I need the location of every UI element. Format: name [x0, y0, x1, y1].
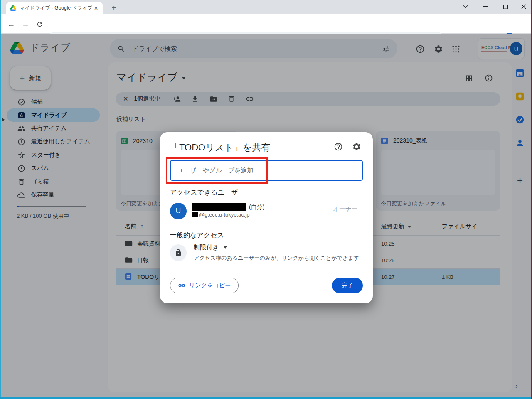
- drive-favicon: [10, 5, 16, 11]
- redacted-owner-name: [192, 203, 246, 211]
- share-settings-gear-icon[interactable]: [351, 141, 362, 152]
- back-button[interactable]: ←: [6, 19, 17, 30]
- browser-tab[interactable]: マイドライブ - Google ドライブ ✕: [6, 2, 103, 14]
- tab-title: マイドライブ - Google ドライブ: [20, 5, 92, 12]
- annotation-highlight-box: [166, 157, 268, 184]
- link-icon: [178, 282, 185, 289]
- copy-link-label: リンクをコピー: [189, 282, 231, 289]
- screen-border-bottom: [0, 397, 532, 399]
- browser-toolbar: ← → drive.google.com/drive/my-drive U: [0, 14, 532, 34]
- copy-link-button[interactable]: リンクをコピー: [170, 278, 239, 293]
- access-level-description: アクセス権のあるユーザーのみが、リンクから開くことができます: [194, 254, 359, 262]
- reload-button[interactable]: [34, 19, 45, 30]
- redacted-email-local: [192, 212, 198, 217]
- dropdown-caret-icon: [224, 246, 227, 249]
- browser-titlebar: マイドライブ - Google ドライブ ✕ +: [0, 0, 532, 14]
- owner-email-domain: @g.ecc.u-tokyo.ac.jp: [199, 212, 250, 218]
- done-button[interactable]: 完了: [332, 278, 363, 293]
- people-with-access-heading: アクセスできるユーザー: [170, 188, 244, 197]
- lock-icon: [170, 244, 187, 261]
- screen-border-left: [0, 0, 1, 399]
- access-level-dropdown[interactable]: 制限付き: [194, 244, 227, 251]
- tab-close-icon[interactable]: ✕: [92, 5, 100, 12]
- forward-button: →: [20, 19, 31, 30]
- window-close-button[interactable]: [515, 0, 532, 13]
- window-chevron-icon[interactable]: [457, 0, 474, 13]
- owner-role-label: オーナー: [332, 205, 358, 213]
- screen: マイドライブ - Google ドライブ ✕ + ← → drive.googl…: [0, 0, 532, 399]
- share-help-icon[interactable]: [333, 141, 344, 152]
- general-access-heading: 一般的なアクセス: [170, 231, 224, 240]
- share-dialog-title: 「TODOリスト」を共有: [170, 141, 270, 154]
- owner-avatar: U: [170, 203, 187, 219]
- window-minimize-button[interactable]: [477, 0, 494, 13]
- owner-row: U (自分) @g.ecc.u-tokyo.ac.jp オーナー: [170, 202, 363, 222]
- new-tab-button[interactable]: +: [108, 2, 120, 14]
- owner-self-label: (自分): [249, 204, 264, 211]
- window-maximize-button[interactable]: [497, 0, 514, 13]
